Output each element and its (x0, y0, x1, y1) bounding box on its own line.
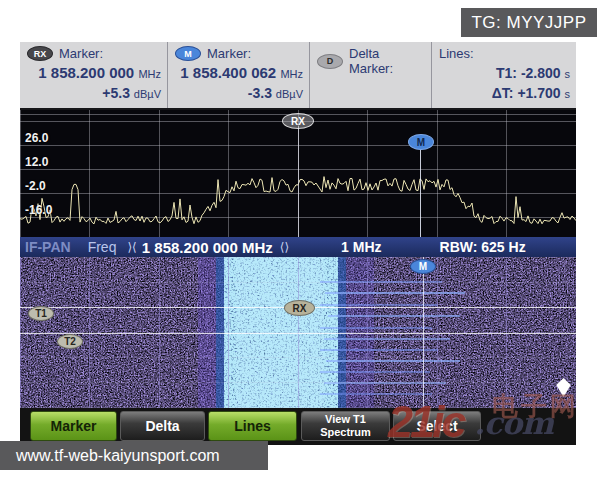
t1-line-unit: s (565, 68, 571, 80)
m-frequency-unit: MHz (280, 68, 303, 80)
page: TG: MYYJJPP RX Marker: 1 858.200 000 MHz… (0, 0, 600, 480)
y-tick-m2: -2.0 (25, 179, 46, 193)
m-level-value: -3.3 (248, 85, 272, 101)
spectrum-m-badge: M (408, 134, 434, 150)
lines-panel: Lines: T1: -2.800 s ΔT: +1.700 s (432, 42, 576, 108)
span-in-icon: ⟩⟨ (127, 240, 136, 254)
rx-frequency-value: 1 858.200 000 (38, 64, 134, 81)
m-marker-line (420, 146, 421, 237)
delta-marker-label: Delta Marker: (349, 46, 425, 76)
rx-level-value: +5.3 (102, 85, 130, 101)
select-button-label: Select (416, 418, 457, 434)
waterfall-t1-badge: T1 (28, 306, 54, 321)
softkey-bar: Marker Delta Lines View T1 Spectrum Sele… (20, 408, 576, 445)
span-value: 1 MHz (341, 239, 381, 255)
rx-frequency-unit: MHz (138, 68, 161, 80)
delta-t-readout: ΔT: +1.700 s (439, 85, 570, 101)
rx-marker-badge: RX (27, 46, 53, 61)
m-frequency-value: 1 858.400 062 (180, 64, 276, 81)
waterfall-m-badge: M (410, 259, 436, 274)
m-level-unit: dBµV (276, 88, 303, 100)
spectrum-plot: 26.0 12.0 -2.0 -16.0 RX M (20, 108, 576, 237)
select-button[interactable]: Select (393, 411, 481, 441)
view-t1-spectrum-button-label: View T1 Spectrum (320, 413, 371, 439)
analyzer-screen: RX Marker: 1 858.200 000 MHz +5.3 dBµV M… (20, 42, 576, 445)
lines-button-label: Lines (234, 418, 271, 434)
rx-marker-frequency: 1 858.200 000 MHz (27, 64, 161, 81)
ifpan-mode-label: IF-PAN (25, 239, 71, 255)
delta-button-label: Delta (145, 418, 179, 434)
waterfall-rx-badge: RX (284, 300, 315, 316)
delta-marker-panel: D Delta Marker: (310, 42, 432, 108)
lines-label: Lines: (439, 46, 474, 61)
rx-marker-label: Marker: (59, 46, 103, 61)
rx-level-unit: dBµV (134, 88, 161, 100)
tg-label-text: TG: MYYJJPP (471, 13, 586, 33)
delta-button[interactable]: Delta (120, 411, 205, 441)
m-marker-label: Marker: (207, 46, 251, 61)
marker-header: RX Marker: 1 858.200 000 MHz +5.3 dBµV M… (20, 42, 576, 108)
delta-t-unit: s (565, 88, 571, 100)
waterfall-t2-badge: T2 (57, 334, 83, 349)
m-marker-level: -3.3 dBµV (175, 85, 303, 101)
ifpan-bar: IF-PAN Freq ⟩⟨ 1 858.200 000 MHz ⟨⟩ 1 MH… (20, 237, 576, 257)
rbw-value: RBW: 625 Hz (440, 239, 526, 255)
tg-label: TG: MYYJJPP (461, 8, 597, 37)
marker-button-label: Marker (51, 418, 97, 434)
delta-marker-badge: D (317, 54, 343, 69)
delta-t-value: ΔT: +1.700 (492, 85, 561, 101)
y-tick-26: 26.0 (25, 131, 48, 145)
m-marker-panel: M Marker: 1 858.400 062 MHz -3.3 dBµV (168, 42, 310, 108)
view-t1-spectrum-button[interactable]: View T1 Spectrum (301, 411, 390, 441)
rx-marker-line (298, 126, 299, 237)
url-text: www.tf-web-kaiyunsport.com (16, 447, 220, 465)
rx-marker-panel: RX Marker: 1 858.200 000 MHz +5.3 dBµV (20, 42, 168, 108)
y-tick-m16: -16.0 (25, 203, 52, 217)
url-bar: www.tf-web-kaiyunsport.com (0, 441, 268, 470)
rx-marker-level: +5.3 dBµV (27, 85, 161, 101)
m-marker-frequency: 1 858.400 062 MHz (175, 64, 303, 81)
m-marker-badge: M (175, 46, 201, 61)
t1-line-value: T1: -2.800 (496, 65, 561, 81)
t1-line-readout: T1: -2.800 s (439, 65, 570, 81)
t2-time-line (20, 333, 576, 334)
waterfall-display: T1 T2 RX M (20, 257, 576, 408)
ifpan-freq-label: Freq (88, 239, 117, 255)
y-tick-12: 12.0 (25, 155, 48, 169)
spectrum-rx-badge: RX (282, 113, 314, 129)
center-frequency: 1 858.200 000 MHz (142, 239, 273, 256)
span-out-icon: ⟨⟩ (280, 240, 289, 254)
marker-button[interactable]: Marker (30, 411, 117, 441)
lines-button[interactable]: Lines (208, 411, 297, 441)
